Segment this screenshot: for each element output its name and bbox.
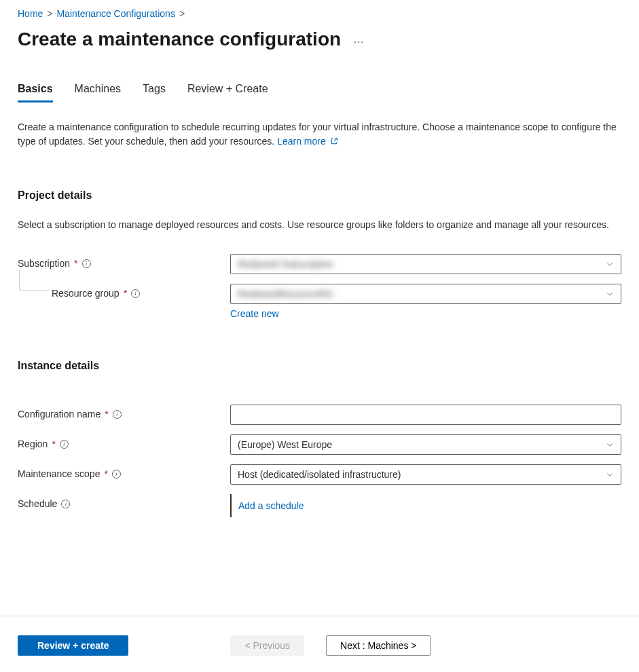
breadcrumb-separator: > (179, 8, 185, 19)
tree-indent-line (19, 270, 49, 291)
resource-group-label: Resource group (52, 288, 120, 299)
subscription-select[interactable]: Redacted Subscription (230, 254, 621, 274)
project-details-heading: Project details (18, 189, 621, 202)
region-select[interactable]: (Europe) West Europe (230, 434, 621, 455)
tab-review-create[interactable]: Review + Create (187, 83, 268, 102)
review-create-button[interactable]: Review + create (18, 635, 128, 656)
next-button[interactable]: Next : Machines > (326, 635, 431, 656)
learn-more-label: Learn more (277, 136, 326, 147)
add-schedule-link[interactable]: Add a schedule (238, 500, 304, 511)
required-asterisk: * (124, 288, 127, 299)
configuration-name-input[interactable] (230, 405, 621, 425)
info-icon[interactable]: i (113, 410, 122, 419)
resource-group-select[interactable]: RedactedResourceRG (230, 284, 621, 304)
maintenance-scope-select[interactable]: Host (dedicated/isolated infrastructure) (230, 464, 621, 485)
required-asterisk: * (52, 438, 55, 449)
required-asterisk: * (74, 258, 77, 269)
external-link-icon (330, 137, 338, 145)
info-icon[interactable]: i (60, 440, 69, 449)
chevron-down-icon (606, 290, 614, 298)
chevron-down-icon (606, 441, 614, 449)
footer-bar: Review + create < Previous Next : Machin… (0, 616, 639, 672)
create-new-resource-group-link[interactable]: Create new (230, 308, 279, 319)
breadcrumb-home[interactable]: Home (18, 8, 43, 19)
tabs: Basics Machines Tags Review + Create (18, 83, 621, 102)
schedule-label: Schedule (18, 498, 57, 509)
more-actions-icon[interactable]: … (353, 33, 365, 45)
region-label: Region (18, 438, 48, 449)
breadcrumb: Home > Maintenance Configurations > (18, 8, 621, 19)
info-icon[interactable]: i (131, 289, 140, 298)
resource-group-value: RedactedResourceRG (238, 288, 333, 299)
page-title: Create a maintenance configuration (18, 29, 341, 50)
tab-tags[interactable]: Tags (143, 83, 166, 102)
configuration-name-label: Configuration name (18, 409, 101, 419)
subscription-label: Subscription (18, 258, 70, 269)
learn-more-link[interactable]: Learn more (277, 136, 337, 147)
previous-button: < Previous (230, 635, 304, 656)
info-icon[interactable]: i (112, 470, 121, 479)
maintenance-scope-label: Maintenance scope (18, 468, 100, 479)
instance-details-heading: Instance details (18, 360, 621, 372)
info-icon[interactable]: i (82, 259, 91, 268)
region-value: (Europe) West Europe (238, 439, 332, 450)
maintenance-scope-value: Host (dedicated/isolated infrastructure) (238, 469, 401, 480)
required-asterisk: * (105, 409, 108, 419)
chevron-down-icon (606, 260, 614, 268)
required-asterisk: * (104, 468, 107, 479)
subscription-value: Redacted Subscription (238, 259, 333, 269)
tab-machines[interactable]: Machines (75, 83, 121, 102)
tab-basics[interactable]: Basics (18, 83, 53, 102)
intro-text: Create a maintenance configuration to sc… (18, 120, 621, 149)
project-details-desc: Select a subscription to manage deployed… (18, 218, 621, 232)
chevron-down-icon (606, 470, 614, 479)
breadcrumb-maintenance-configurations[interactable]: Maintenance Configurations (57, 8, 175, 19)
breadcrumb-separator: > (47, 8, 52, 19)
info-icon[interactable]: i (61, 500, 70, 508)
